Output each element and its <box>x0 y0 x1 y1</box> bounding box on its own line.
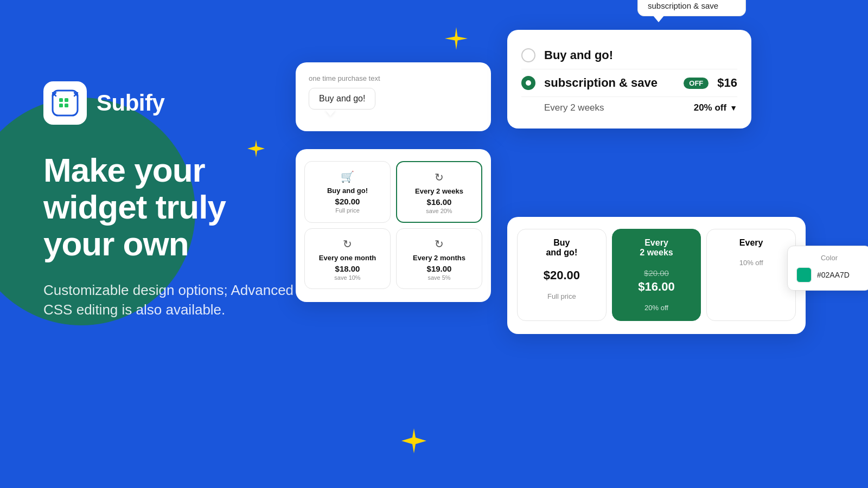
plan-1month-name: Every one month <box>312 254 382 262</box>
svg-rect-1 <box>59 98 63 102</box>
plan-buy-sub: Full price <box>312 207 382 214</box>
plan-grid: 🛒 Buy and go! $20.00 Full price ↻ Every … <box>304 161 482 289</box>
color-picker-label: Color <box>796 254 862 262</box>
col-buy-name: Buyand go! <box>524 238 599 258</box>
color-picker-popup: Color #02AA7D <box>787 246 868 291</box>
col-every[interactable]: Every 10% off Color #02AA7D <box>706 229 796 321</box>
radio-subscription <box>521 76 535 90</box>
left-section: Subify Make your widget truly your own C… <box>43 81 304 319</box>
svg-rect-3 <box>59 104 63 107</box>
off-badge: OFF <box>684 78 709 89</box>
widget1-label: one time purchase text <box>309 74 478 82</box>
option-buy-label: Buy and go! <box>544 48 737 62</box>
buy-icon: 🛒 <box>312 170 382 183</box>
logo-row: Subify <box>43 81 304 125</box>
frequency-value: 20% off ▼ <box>694 102 737 113</box>
plan-1month-price: $18.00 <box>312 264 382 273</box>
widget-plan-cols: Buyand go! $20.00 Full price Every2 week… <box>507 217 806 334</box>
col-every-name: Every <box>713 238 789 248</box>
widget1-button[interactable]: Buy and go! <box>309 88 375 110</box>
plan-2weeks-price: $16.00 <box>405 197 474 207</box>
radio-buy <box>521 48 535 62</box>
option-subscription[interactable]: subscription & save OFF $16 <box>521 69 737 97</box>
col-every-badge: 10% off <box>713 259 789 267</box>
widget-plan-grid: 🛒 Buy and go! $20.00 Full price ↻ Every … <box>296 149 491 302</box>
option-subscription-label: subscription & save <box>544 76 679 90</box>
plan-buy-go[interactable]: 🛒 Buy and go! $20.00 Full price <box>304 161 391 223</box>
brand-name: Subify <box>97 90 164 116</box>
plan-1month[interactable]: ↻ Every one month $18.00 save 10% <box>304 228 391 289</box>
chevron-icon[interactable]: ▼ <box>730 104 737 112</box>
refresh-icon-2: ↻ <box>312 237 382 251</box>
widgets-area: one time purchase text Buy and go! 🛒 Buy… <box>293 0 868 488</box>
plan-buy-price: $20.00 <box>312 197 382 206</box>
plan-1month-sub: save 10% <box>312 274 382 281</box>
option-subscription-price: $16 <box>717 76 737 90</box>
plan-2weeks[interactable]: ↻ Every 2 weeks $16.00 save 20% <box>396 161 482 223</box>
color-hex: #02AA7D <box>817 271 850 279</box>
col-buy-go[interactable]: Buyand go! $20.00 Full price <box>517 229 607 321</box>
svg-rect-4 <box>65 104 68 107</box>
plan-2weeks-name: Every 2 weeks <box>405 187 474 195</box>
col-2weeks-name: Every2 weeks <box>619 238 694 258</box>
svg-rect-2 <box>65 98 68 102</box>
widget-subscription: subscription purchase text subscription … <box>507 30 751 129</box>
col-buy-price: $20.00 <box>524 268 599 282</box>
plan-cols-grid: Buyand go! $20.00 Full price Every2 week… <box>517 229 796 321</box>
plan-buy-name: Buy and go! <box>312 187 382 195</box>
col-2weeks[interactable]: Every2 weeks $20.00 $16.00 20% off <box>612 229 701 321</box>
col-2weeks-strike: $20.00 <box>619 268 694 278</box>
radio-inner <box>526 80 531 86</box>
svg-rect-0 <box>53 91 78 115</box>
col-2weeks-badge: 20% off <box>619 304 694 312</box>
refresh-icon-3: ↻ <box>404 237 474 251</box>
refresh-icon-1: ↻ <box>405 171 474 184</box>
plan-2weeks-sub: save 20% <box>405 208 474 214</box>
plan-2months[interactable]: ↻ Every 2 months $19.00 save 5% <box>396 228 482 289</box>
frequency-row: Every 2 weeks 20% off ▼ <box>521 97 737 113</box>
plan-2months-name: Every 2 months <box>404 254 474 262</box>
color-row: #02AA7D <box>796 267 862 282</box>
tooltip-arrow <box>325 110 336 116</box>
sub-tooltip-value: subscription & save <box>648 1 736 10</box>
plan-2months-sub: save 5% <box>404 274 474 281</box>
plan-2months-price: $19.00 <box>404 264 474 273</box>
option-buy[interactable]: Buy and go! <box>521 42 737 69</box>
color-swatch[interactable] <box>796 267 812 282</box>
logo-icon <box>43 81 87 125</box>
widget-one-time: one time purchase text Buy and go! <box>296 62 491 131</box>
tooltip-arrow-2 <box>653 16 664 22</box>
frequency-label: Every 2 weeks <box>544 102 694 113</box>
col-2weeks-price: $16.00 <box>619 280 694 294</box>
col-buy-badge: Full price <box>524 292 599 300</box>
subtext: Customizable design options; Advanced CS… <box>43 280 304 320</box>
headline: Make your widget truly your own <box>43 152 304 263</box>
